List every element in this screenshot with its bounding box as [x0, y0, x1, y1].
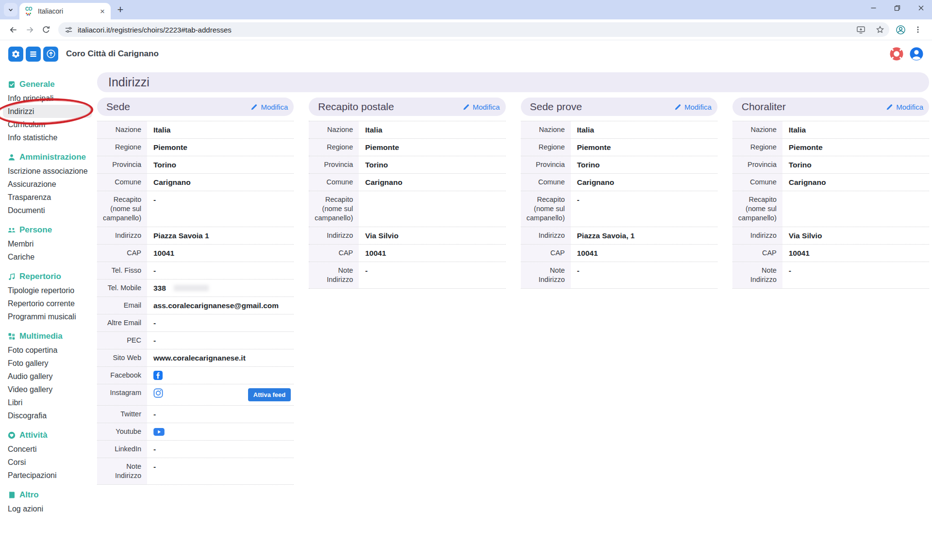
- back-button[interactable]: [5, 21, 21, 38]
- minimize-button[interactable]: [870, 5, 877, 11]
- tab-search-button[interactable]: [4, 3, 17, 16]
- field-value: Torino: [153, 160, 176, 169]
- sidebar-item-indirizzi[interactable]: Indirizzi: [3, 105, 92, 118]
- sidebar-item-corsi[interactable]: Corsi: [3, 456, 92, 469]
- field-row-indirizzo: IndirizzoVia Silvio: [309, 227, 505, 244]
- close-button[interactable]: [918, 5, 924, 11]
- browser-menu-button[interactable]: [911, 22, 925, 37]
- edit-button[interactable]: Modifica: [674, 103, 712, 111]
- youtube-icon[interactable]: [153, 427, 165, 436]
- facebook-icon[interactable]: [153, 371, 163, 380]
- sidebar-section-generale: GeneraleInfo principaliIndirizziCurricul…: [8, 79, 97, 144]
- field-label: Recapito (nome sul campanello): [97, 191, 147, 227]
- upload-button[interactable]: [43, 47, 58, 62]
- field-row-indirizzo: IndirizzoPiazza Savoia 1: [97, 227, 294, 244]
- field-row-recapito-nome-sul-campanello: Recapito (nome sul campanello)-: [97, 191, 294, 227]
- field-value: Carignano: [365, 178, 402, 187]
- profile-button[interactable]: [893, 22, 908, 37]
- sidebar-item-log-azioni[interactable]: Log azioni: [3, 502, 92, 515]
- field-row-regione: RegionePiemonte: [521, 138, 717, 156]
- field-label: Nazione: [97, 121, 147, 138]
- field-label: Tel. Mobile: [97, 280, 147, 296]
- field-label: Tel. Fisso: [97, 262, 147, 279]
- sidebar-item-programmi-musicali[interactable]: Programmi musicali: [3, 310, 92, 323]
- sidebar-section-repertorio: RepertorioTipologie repertorioRepertorio…: [8, 271, 97, 323]
- attiva-feed-button[interactable]: Attiva feed: [248, 388, 291, 401]
- sidebar-section-title: Persone: [19, 225, 52, 235]
- sidebar-item-assicurazione[interactable]: Assicurazione: [3, 178, 92, 191]
- sidebar-item-curriculum[interactable]: Curriculum: [3, 118, 92, 131]
- window-controls: [870, 5, 924, 11]
- sidebar-item-repertorio-corrente[interactable]: Repertorio corrente: [3, 297, 92, 310]
- profile-avatar-icon: [896, 25, 906, 35]
- field-value: -: [153, 195, 156, 204]
- field-label: Provincia: [521, 156, 571, 173]
- field-label: Nazione: [521, 121, 571, 138]
- tab-close-icon[interactable]: ×: [98, 7, 107, 16]
- field-value: -: [153, 445, 156, 454]
- edit-button[interactable]: Modifica: [463, 103, 500, 111]
- app-header: Coro Città di Carignano: [0, 40, 932, 67]
- field-value: 10041: [577, 248, 598, 258]
- three-dot-menu-icon: [914, 26, 922, 33]
- field-row-comune: ComuneCarignano: [97, 173, 294, 191]
- browser-tab[interactable]: CO Italiacori ×: [19, 3, 111, 19]
- sidebar-item-trasparenza[interactable]: Trasparenza: [3, 191, 92, 204]
- sidebar-item-foto-gallery[interactable]: Foto gallery: [3, 357, 92, 370]
- sidebar-item-audio-gallery[interactable]: Audio gallery: [3, 370, 92, 383]
- settings-button[interactable]: [8, 47, 23, 62]
- sidebar-item-iscrizione-associazione[interactable]: Iscrizione associazione: [3, 165, 92, 178]
- field-row-youtube: Youtube: [97, 423, 294, 440]
- sidebar-item-documenti[interactable]: Documenti: [3, 204, 92, 217]
- field-label: CAP: [309, 245, 359, 262]
- menu-button[interactable]: [26, 47, 41, 62]
- page-body: GeneraleInfo principaliIndirizziCurricul…: [0, 67, 932, 560]
- install-icon: [856, 25, 865, 34]
- account-button[interactable]: [909, 47, 924, 61]
- field-value: Torino: [365, 160, 388, 169]
- sidebar-item-libri[interactable]: Libri: [3, 396, 92, 409]
- sidebar-item-discografia[interactable]: Discografia: [3, 409, 92, 422]
- user-avatar-icon: [909, 47, 924, 61]
- instagram-icon[interactable]: [153, 388, 163, 398]
- book-icon: [8, 491, 16, 499]
- field-row-note-indirizzo: Note Indirizzo-: [97, 458, 294, 485]
- sidebar-item-cariche[interactable]: Cariche: [3, 250, 92, 264]
- sidebar-item-video-gallery[interactable]: Video gallery: [3, 383, 92, 396]
- field-label: Twitter: [97, 406, 147, 423]
- reload-button[interactable]: [38, 21, 54, 38]
- field-value: -: [153, 336, 156, 345]
- field-row-nazione: NazioneItalia: [309, 121, 505, 138]
- field-value: -: [153, 410, 156, 419]
- bookmark-button[interactable]: [873, 22, 887, 37]
- forward-arrow-icon: [25, 25, 34, 34]
- field-row-cap: CAP10041: [521, 244, 717, 262]
- sidebar-item-info-principali[interactable]: Info principali: [3, 92, 92, 105]
- sidebar-item-foto-copertina[interactable]: Foto copertina: [3, 344, 92, 357]
- edit-button[interactable]: Modifica: [250, 103, 288, 111]
- field-row-regione: RegionePiemonte: [732, 138, 929, 156]
- field-row-indirizzo: IndirizzoPiazza Savoia, 1: [521, 227, 717, 244]
- back-arrow-icon: [9, 25, 18, 34]
- url-bar[interactable]: italiacori.it/registries/choirs/2223#tab…: [58, 22, 889, 37]
- sidebar-item-partecipazioni[interactable]: Partecipazioni: [3, 469, 92, 482]
- field-value: -: [789, 266, 791, 275]
- sidebar-item-info-statistiche[interactable]: Info statistiche: [3, 131, 92, 144]
- field-value: -: [577, 266, 580, 275]
- card-recapito-postale: Recapito postaleModificaNazioneItaliaReg…: [309, 98, 505, 289]
- field-row-cap: CAP10041: [732, 244, 929, 262]
- field-value: 10041: [365, 248, 386, 258]
- new-tab-button[interactable]: +: [114, 3, 127, 16]
- sidebar-item-tipologie-repertorio[interactable]: Tipologie repertorio: [3, 284, 92, 297]
- hamburger-icon: [29, 50, 37, 58]
- sidebar-section-altro: AltroLog azioni: [8, 489, 97, 515]
- install-app-button[interactable]: [853, 22, 868, 37]
- edit-button[interactable]: Modifica: [886, 103, 923, 111]
- card-sede: SedeModificaNazioneItaliaRegionePiemonte…: [97, 98, 294, 485]
- help-button[interactable]: [889, 47, 904, 61]
- forward-button[interactable]: [21, 21, 38, 38]
- restore-button[interactable]: [894, 5, 900, 11]
- sidebar-item-membri[interactable]: Membri: [3, 237, 92, 250]
- site-info-icon[interactable]: [65, 26, 73, 34]
- sidebar-item-concerti[interactable]: Concerti: [3, 443, 92, 456]
